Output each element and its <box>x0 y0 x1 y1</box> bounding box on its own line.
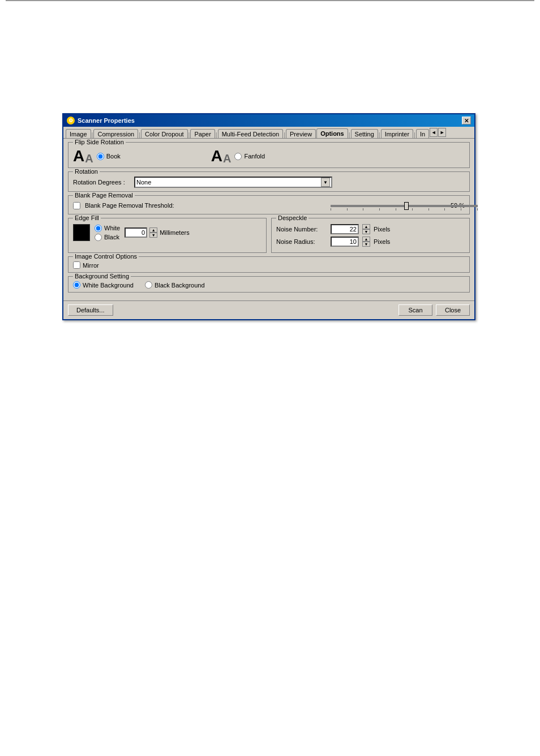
noise-number-input[interactable] <box>331 224 359 234</box>
fanfold-a-small: A <box>223 153 231 164</box>
black-radio-group: Black <box>95 234 120 241</box>
blank-page-row: Blank Page Removal Threshold: <box>73 198 465 211</box>
noise-radius-input[interactable] <box>331 237 359 247</box>
edge-fill-radio-stack: White Black <box>95 225 120 241</box>
book-radio[interactable] <box>97 153 104 160</box>
close-button[interactable]: Close <box>436 304 470 316</box>
mirror-label: Mirror <box>83 262 99 269</box>
black-bg-label: Black Background <box>155 282 205 289</box>
tab-options[interactable]: Options <box>316 128 348 139</box>
rotation-group: Rotation Rotation Degrees : None ▼ <box>68 171 470 192</box>
fanfold-icon: A A <box>211 148 232 164</box>
dialog-footer: Defaults... Scan Close <box>63 300 474 319</box>
tick-10 <box>477 208 478 211</box>
tick-8 <box>444 208 445 211</box>
tick-7 <box>428 208 429 211</box>
mirror-checkbox[interactable] <box>73 261 80 269</box>
rotation-dropdown[interactable]: None ▼ <box>134 177 332 188</box>
noise-number-row: Noise Number: ▲ ▼ Pixels <box>276 224 465 234</box>
title-bar-left: ⚙ Scanner Properties <box>67 117 135 124</box>
tab-setting[interactable]: Setting <box>351 129 378 139</box>
close-window-button[interactable]: ✕ <box>462 117 471 124</box>
two-col-row: Edge Fill White Black <box>68 218 470 256</box>
white-bg-label: White Background <box>83 282 134 289</box>
tab-separator-6: | <box>349 131 350 138</box>
slider-track <box>331 205 478 207</box>
black-bg-radio-group: Black Background <box>145 281 205 289</box>
noise-radius-row: Noise Radius: ▲ ▼ Pixels <box>276 237 465 247</box>
edge-fill-number-row: ▲ ▼ Millimeters <box>125 227 190 238</box>
noise-number-label: Noise Number: <box>276 226 327 233</box>
blank-page-label: Blank Page Removal Threshold: <box>85 202 174 209</box>
white-bg-radio[interactable] <box>73 281 80 289</box>
tab-compression[interactable]: Compression <box>93 129 138 139</box>
blank-page-checkbox[interactable] <box>73 202 80 209</box>
scanner-properties-dialog: ⚙ Scanner Properties ✕ Image | Compressi… <box>62 113 475 320</box>
rotation-title: Rotation <box>73 168 100 175</box>
footer-right: Scan Close <box>398 304 470 316</box>
image-control-content: Mirror <box>73 259 465 269</box>
fanfold-radio-group: Fanfold <box>234 153 265 160</box>
edge-fill-white-radio[interactable] <box>95 225 102 232</box>
rotation-row: Rotation Degrees : None ▼ <box>73 174 465 188</box>
edge-fill-group: Edge Fill White Black <box>68 218 267 253</box>
image-control-title: Image Control Options <box>73 253 139 260</box>
edge-fill-value-input[interactable] <box>125 227 147 238</box>
image-control-group: Image Control Options Mirror <box>68 256 470 273</box>
noise-radius-spin-down[interactable]: ▼ <box>362 242 370 247</box>
fanfold-label: Fanfold <box>244 153 265 160</box>
defaults-button[interactable]: Defaults... <box>68 304 113 316</box>
edge-fill-black-radio[interactable] <box>95 234 102 241</box>
despeckle-title: Despeckle <box>276 214 308 221</box>
scan-button[interactable]: Scan <box>398 304 432 316</box>
tab-paper[interactable]: Paper <box>190 129 215 139</box>
top-rule <box>6 0 534 1</box>
noise-number-spin-down[interactable]: ▼ <box>362 229 370 234</box>
blank-page-slider[interactable] <box>331 200 444 211</box>
edge-fill-spin-down[interactable]: ▼ <box>149 233 157 238</box>
book-label: Book <box>106 153 121 160</box>
tab-multifeed[interactable]: Multi-Feed Detection <box>218 129 284 139</box>
tab-imprinter[interactable]: Imprinter <box>381 129 413 139</box>
dialog-icon: ⚙ <box>67 117 75 124</box>
noise-radius-spin-up[interactable]: ▲ <box>362 237 370 242</box>
page-background: ⚙ Scanner Properties ✕ Image | Compressi… <box>0 0 540 756</box>
tab-separator-5: | <box>284 131 285 138</box>
edge-fill-title: Edge Fill <box>73 214 101 221</box>
slider-thumb[interactable] <box>404 202 409 210</box>
tab-color-dropout[interactable]: Color Dropout <box>141 129 187 139</box>
noise-number-spin-up[interactable]: ▲ <box>362 224 370 229</box>
book-radio-group: Book <box>97 153 121 160</box>
background-setting-title: Background Setting <box>73 273 131 280</box>
tab-separator-8: | <box>414 131 415 138</box>
noise-radius-unit: Pixels <box>374 238 390 245</box>
edge-fill-spin: ▲ ▼ <box>149 227 157 238</box>
tab-image[interactable]: Image <box>66 129 91 139</box>
background-setting-group: Background Setting White Background Blac… <box>68 276 470 293</box>
tick-6 <box>412 208 413 211</box>
tab-nav-right[interactable]: ► <box>438 128 446 137</box>
despeckle-content: Noise Number: ▲ ▼ Pixels Noise Radiu <box>276 221 465 247</box>
tab-separator-3: | <box>188 131 190 138</box>
white-radio-group: White <box>95 225 120 232</box>
fanfold-a-large: A <box>211 148 222 164</box>
tab-preview[interactable]: Preview <box>286 129 316 139</box>
tab-bar: Image | Compression | Color Dropout | Pa… <box>63 127 474 139</box>
tick-4 <box>379 208 380 211</box>
book-a-small: A <box>85 153 93 164</box>
tab-nav-left[interactable]: ◄ <box>430 128 438 137</box>
edge-fill-spin-up[interactable]: ▲ <box>149 227 157 233</box>
tab-in[interactable]: In <box>416 129 429 139</box>
black-bg-radio[interactable] <box>145 281 152 289</box>
flip-side-row: A A Book A A <box>73 145 465 164</box>
tick-1 <box>331 208 331 211</box>
book-option: A A Book <box>73 148 121 164</box>
book-icon: A A <box>73 148 93 164</box>
tick-9 <box>461 208 461 211</box>
edge-fill-white-label: White <box>104 225 120 231</box>
dropdown-arrow-icon[interactable]: ▼ <box>321 178 330 187</box>
bg-setting-content: White Background Black Background <box>73 279 465 289</box>
white-bg-radio-group: White Background <box>73 281 134 289</box>
fanfold-radio[interactable] <box>234 153 242 160</box>
dialog-wrapper: ⚙ Scanner Properties ✕ Image | Compressi… <box>62 113 475 320</box>
